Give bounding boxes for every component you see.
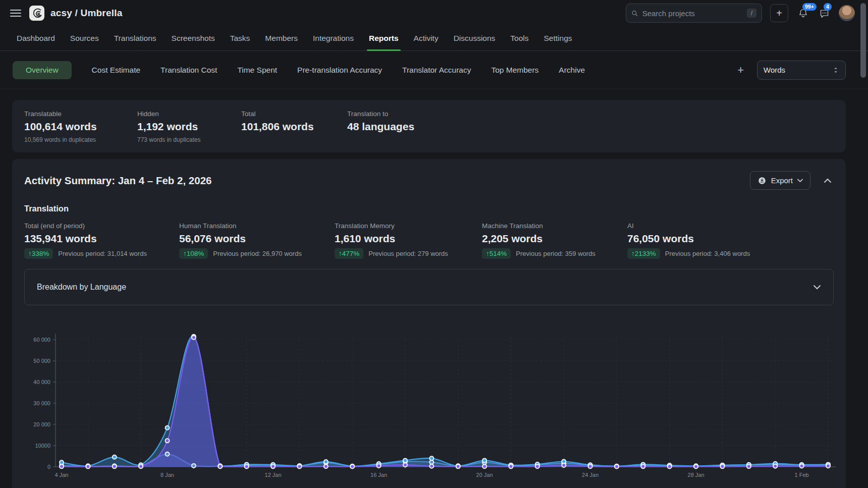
svg-text:60 000: 60 000 [33, 337, 50, 343]
change-up-badge: ↑108% [179, 248, 208, 259]
messages-count-badge: 4 [824, 3, 832, 11]
stat-label: Human Translation [179, 222, 335, 230]
stat-label: Translatable [24, 110, 137, 118]
stat-total: Total 101,806 words [241, 110, 347, 152]
stat-label: Total (end of period) [24, 222, 179, 230]
stat-hidden: Hidden 1,192 words 773 words in duplicat… [137, 110, 241, 152]
page-title: acsy / Umbrella [50, 8, 122, 19]
nav-item-reports[interactable]: Reports [369, 26, 399, 50]
search-input[interactable] [642, 9, 743, 18]
notifications-count-badge: 99+ [802, 3, 817, 11]
stat-label: Translation to [347, 110, 834, 118]
activity-summary-title: Activity Summary: Jan 4 – Feb 2, 2026 [24, 175, 211, 187]
svg-text:30 000: 30 000 [33, 400, 50, 406]
create-project-button[interactable]: + [770, 4, 788, 22]
stat-label: Total [241, 110, 347, 118]
svg-text:0: 0 [47, 464, 50, 470]
notifications-button[interactable]: 99+ [796, 7, 809, 20]
caret-down-icon [797, 179, 803, 183]
change-up-badge: ↑477% [335, 248, 363, 259]
svg-text:20 Jan: 20 Jan [476, 472, 493, 478]
previous-period-text: Previous period: 3,406 words [665, 250, 750, 257]
stat-value: 48 languages [347, 121, 834, 133]
stat-ai: AI 76,050 words ↑2133% Previous period: … [627, 222, 834, 259]
messages-button[interactable]: 4 [818, 7, 831, 20]
tab-translation-cost[interactable]: Translation Cost [160, 66, 217, 75]
unit-select[interactable]: Words [757, 61, 846, 80]
nav-item-integrations[interactable]: Integrations [313, 26, 354, 50]
chevron-down-icon [813, 285, 821, 290]
tab-translator-accuracy[interactable]: Translator Accuracy [402, 66, 471, 75]
nav-item-tasks[interactable]: Tasks [230, 26, 250, 50]
stat-label: Machine Translation [482, 222, 627, 230]
tab-pre-translation-accuracy[interactable]: Pre-translation Accuracy [297, 66, 382, 75]
tab-cost-estimate[interactable]: Cost Estimate [92, 66, 140, 75]
breakdown-by-language-panel[interactable]: Breakdown by Language [24, 269, 834, 305]
activity-chart-container: 01000020 00030 00040 00050 00060 0004 Ja… [20, 321, 846, 486]
nav-item-settings[interactable]: Settings [544, 26, 572, 50]
tab-top-members[interactable]: Top Members [491, 66, 538, 75]
stat-translatable: Translatable 100,614 words 10,569 words … [24, 110, 137, 152]
stat-translation-to: Translation to 48 languages [347, 110, 834, 152]
svg-text:8 Jan: 8 Jan [160, 472, 174, 478]
stat-human-translation: Human Translation 56,076 words ↑108% Pre… [179, 222, 335, 259]
stat-value: 100,614 words [24, 121, 137, 133]
hamburger-menu-icon[interactable] [10, 10, 21, 17]
stat-value: 1,610 words [335, 233, 482, 245]
stat-value: 101,806 words [241, 121, 347, 133]
stat-machine-translation: Machine Translation 2,205 words ↑514% Pr… [482, 222, 627, 259]
stat-translation-memory: Translation Memory 1,610 words ↑477% Pre… [335, 222, 482, 259]
svg-text:1 Feb: 1 Feb [795, 472, 809, 478]
svg-text:40 000: 40 000 [33, 379, 50, 385]
nav-item-activity[interactable]: Activity [414, 26, 439, 50]
svg-text:10000: 10000 [35, 443, 50, 449]
tab-overview[interactable]: Overview [13, 61, 72, 79]
reports-subnav: Overview Cost Estimate Translation Cost … [0, 51, 868, 89]
previous-period-text: Previous period: 31,014 words [58, 250, 147, 257]
stat-label: AI [627, 222, 834, 230]
previous-period-text: Previous period: 279 words [368, 250, 448, 257]
search-box[interactable]: / [626, 4, 762, 23]
nav-item-tools[interactable]: Tools [510, 26, 528, 50]
translation-section-title: Translation [24, 204, 846, 213]
nav-item-dashboard[interactable]: Dashboard [17, 26, 55, 50]
project-logo[interactable] [29, 6, 44, 21]
svg-text:28 Jan: 28 Jan [688, 472, 704, 478]
user-avatar[interactable] [839, 5, 855, 21]
change-up-badge: ↑338% [24, 248, 53, 259]
nav-item-discussions[interactable]: Discussions [454, 26, 496, 50]
nav-item-screenshots[interactable]: Screenshots [172, 26, 215, 50]
words-summary-card: Translatable 100,614 words 10,569 words … [12, 100, 846, 152]
stat-label: Hidden [137, 110, 241, 118]
translation-stats-row: Total (end of period) 135,941 words ↑338… [24, 222, 834, 259]
stat-label: Translation Memory [335, 222, 482, 230]
main-nav: Dashboard Sources Translations Screensho… [0, 26, 868, 51]
svg-text:4 Jan: 4 Jan [55, 472, 69, 478]
chevron-up-icon [824, 178, 832, 183]
tab-time-spent[interactable]: Time Spent [237, 66, 277, 75]
export-button[interactable]: Export [750, 171, 810, 190]
svg-text:12 Jan: 12 Jan [265, 472, 282, 478]
svg-text:20 000: 20 000 [33, 421, 50, 427]
activity-summary-card: Activity Summary: Jan 4 – Feb 2, 2026 Ex… [12, 159, 846, 488]
stat-subtext: 10,569 words in duplicates [24, 136, 137, 143]
select-arrows-icon [832, 66, 839, 74]
collapse-section-button[interactable] [824, 178, 832, 183]
change-up-badge: ↑514% [482, 248, 511, 259]
activity-chart: 01000020 00030 00040 00050 00060 0004 Ja… [20, 321, 843, 484]
search-shortcut-hint: / [747, 9, 756, 18]
stat-value: 2,205 words [482, 233, 627, 245]
nav-item-translations[interactable]: Translations [114, 26, 156, 50]
previous-period-text: Previous period: 359 words [516, 250, 595, 257]
svg-text:16 Jan: 16 Jan [370, 472, 387, 478]
stat-value: 56,076 words [179, 233, 335, 245]
stat-value: 1,192 words [137, 121, 241, 133]
nav-item-sources[interactable]: Sources [70, 26, 99, 50]
tab-archive[interactable]: Archive [559, 66, 585, 75]
add-report-button[interactable]: + [737, 64, 744, 77]
change-up-badge: ↑2133% [627, 248, 660, 259]
page-scrollbar[interactable] [860, 3, 866, 78]
stat-value: 135,941 words [24, 233, 179, 245]
svg-text:24 Jan: 24 Jan [582, 472, 599, 478]
nav-item-members[interactable]: Members [265, 26, 298, 50]
